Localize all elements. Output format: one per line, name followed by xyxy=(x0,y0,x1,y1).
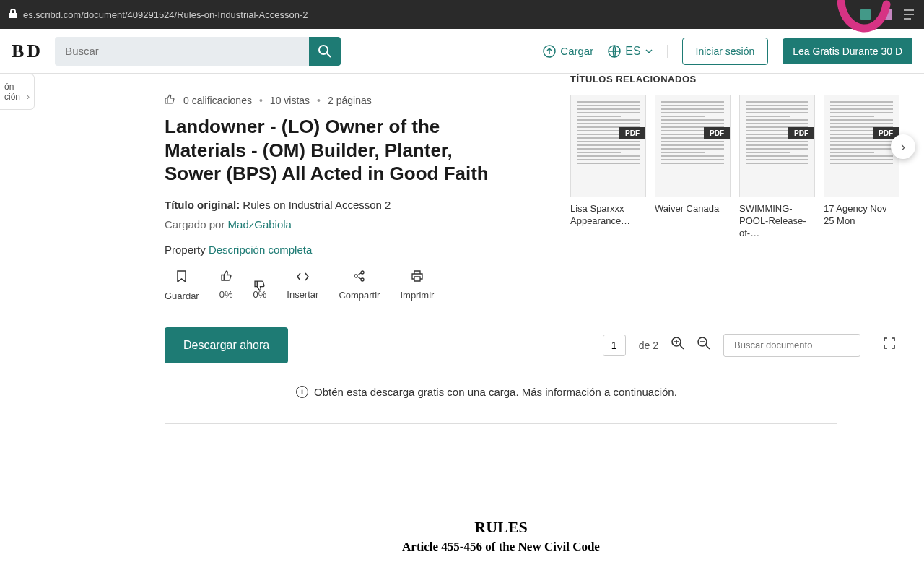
orig-title-label: Título original: xyxy=(165,199,240,211)
document-search[interactable] xyxy=(723,334,860,357)
search-input[interactable] xyxy=(55,37,309,66)
save-action[interactable]: Guardar xyxy=(165,270,199,301)
login-button[interactable]: Iniciar sesión xyxy=(682,38,769,65)
sidebar-collapsed[interactable]: ón ción› xyxy=(0,74,35,110)
orig-title-value: Rules on Industrial Accesson 2 xyxy=(243,199,391,211)
code-icon xyxy=(297,270,309,285)
related-heading: TÍTULOS RELACIONADOS xyxy=(570,74,910,85)
total-pages: de 2 xyxy=(639,340,658,351)
search-button[interactable] xyxy=(309,37,341,66)
document-search-input[interactable] xyxy=(734,340,855,350)
pdf-badge: PDF xyxy=(788,127,814,139)
document-page: RULES Article 455-456 of the New Civil C… xyxy=(165,423,837,579)
pdf-badge: PDF xyxy=(704,127,730,139)
share-action[interactable]: Compartir xyxy=(339,270,380,301)
related-title: Waiver Canada xyxy=(655,203,731,215)
upload-icon xyxy=(543,45,556,58)
chevron-down-icon xyxy=(645,49,653,53)
carousel-next-button[interactable]: › xyxy=(891,134,915,159)
browser-address-bar: es.scribd.com/document/409291524/Rules-o… xyxy=(0,0,924,29)
search-icon xyxy=(318,44,332,59)
zoom-in-button[interactable] xyxy=(671,337,684,353)
upload-link[interactable]: Cargar xyxy=(543,45,593,58)
info-icon: i xyxy=(296,386,308,398)
ratings-count: 0 calificaciones xyxy=(183,95,252,106)
pdf-badge: PDF xyxy=(619,127,645,139)
info-banner: i Obtén esta descarga gratis con una car… xyxy=(49,374,924,410)
browser-extensions xyxy=(859,8,915,21)
page-count: 2 páginas xyxy=(328,95,372,106)
trial-button[interactable]: Lea Gratis Durante 30 D xyxy=(783,38,912,64)
zoom-out-button[interactable] xyxy=(697,337,710,353)
related-card[interactable]: PDF17 Agency Nov 25 Mon xyxy=(824,95,899,240)
full-description-link[interactable]: Descripción completa xyxy=(209,243,312,256)
site-search xyxy=(55,37,341,66)
extension-icon[interactable] xyxy=(902,8,915,21)
viewer-toolbar: Descargar ahora de 2 xyxy=(49,317,924,374)
svg-rect-1 xyxy=(882,9,892,20)
views-count: 10 vistas xyxy=(270,95,310,106)
downvote-action[interactable]: 0% xyxy=(253,270,267,301)
print-icon xyxy=(411,270,423,285)
bookmark-icon xyxy=(176,270,187,286)
site-logo[interactable]: BD xyxy=(12,40,43,62)
related-card[interactable]: PDFWaiver Canada xyxy=(655,95,731,240)
extension-icon[interactable] xyxy=(881,8,894,21)
thumb-up-icon xyxy=(221,270,232,285)
related-title: 17 Agency Nov 25 Mon xyxy=(824,203,899,228)
embed-action[interactable]: Insertar xyxy=(287,270,318,301)
uploader-link[interactable]: MadzGabiola xyxy=(228,218,292,230)
page-heading: RULES xyxy=(237,518,764,537)
share-icon xyxy=(354,270,365,285)
url-text: es.scribd.com/document/409291524/Rules-o… xyxy=(23,9,308,20)
globe-icon xyxy=(608,45,621,58)
svg-point-5 xyxy=(361,271,364,274)
fullscreen-button[interactable] xyxy=(884,337,895,353)
thumb-down-icon xyxy=(254,270,265,285)
svg-point-7 xyxy=(361,278,364,281)
thumb-up-icon xyxy=(165,94,175,106)
extension-icon[interactable] xyxy=(859,8,872,21)
svg-point-2 xyxy=(319,46,328,54)
language-selector[interactable]: ES xyxy=(608,45,667,58)
lock-icon xyxy=(9,9,17,21)
svg-rect-0 xyxy=(860,9,871,20)
lang-label: ES xyxy=(625,45,640,58)
print-action[interactable]: Imprimir xyxy=(400,270,434,301)
upvote-action[interactable]: 0% xyxy=(219,270,233,301)
related-title: Lisa Sparxxx Appearance… xyxy=(570,203,646,228)
related-titles: TÍTULOS RELACIONADOS PDFLisa Sparxxx App… xyxy=(570,74,910,240)
page-subheading: Article 455-456 of the New Civil Code xyxy=(237,540,764,554)
related-card[interactable]: PDFLisa Sparxxx Appearance… xyxy=(570,95,646,240)
top-nav: BD Cargar ES Iniciar sesión Lea Gratis D… xyxy=(0,29,924,74)
document-title: Landowner - (LO) Owner of the Materials … xyxy=(165,115,511,186)
upload-label: Cargar xyxy=(560,45,593,57)
chevron-right-icon: › xyxy=(27,92,30,102)
info-text: Obtén esta descarga gratis con una carga… xyxy=(314,386,677,398)
short-description: Property xyxy=(165,243,206,256)
related-title: SWIMMING-POOL-Release-of-… xyxy=(739,203,815,240)
related-card[interactable]: PDFSWIMMING-POOL-Release-of-… xyxy=(739,95,815,240)
download-button[interactable]: Descargar ahora xyxy=(165,327,288,363)
svg-point-6 xyxy=(354,275,357,277)
uploaded-by-label: Cargado por xyxy=(165,218,225,230)
page-number-input[interactable] xyxy=(603,335,626,356)
